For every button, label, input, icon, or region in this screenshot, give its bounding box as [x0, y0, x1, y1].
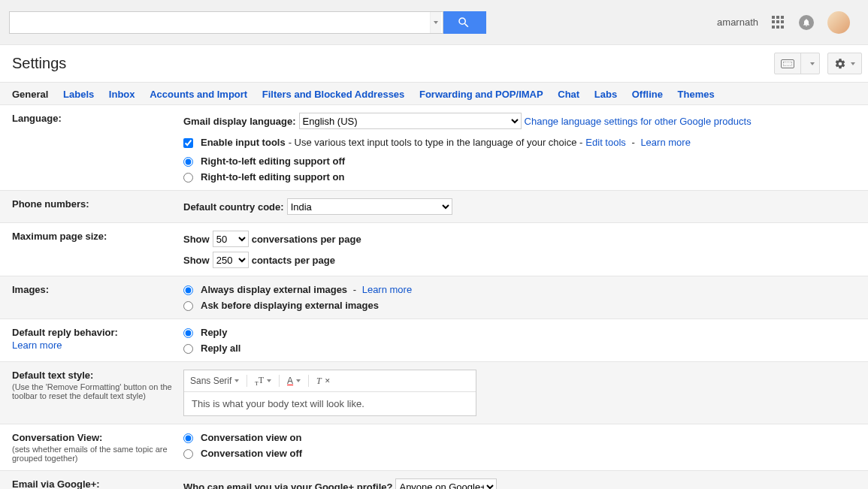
- row-gplus: Email via Google+: Learn more Who can em…: [0, 471, 868, 489]
- show-label-1: Show: [183, 234, 210, 245]
- row-textstyle: Default text style: (Use the 'Remove For…: [0, 362, 868, 424]
- caret-down-icon: [234, 379, 239, 382]
- font-family-picker[interactable]: Sans Serif: [190, 376, 239, 386]
- rtl-on-radio[interactable]: [183, 173, 193, 183]
- top-right-controls: amarnath: [717, 11, 862, 34]
- content-pagesize: Show 50 conversations per page Show 250 …: [183, 231, 856, 268]
- reply-radio[interactable]: [183, 328, 193, 338]
- caret-down-icon: [851, 62, 855, 65]
- input-tools-learn-more-link[interactable]: Learn more: [640, 137, 690, 148]
- content-language: Gmail display language: English (US) Cha…: [183, 113, 856, 183]
- images-always-label: Always display external images: [201, 284, 347, 295]
- text-style-box: Sans Serif тT A T✕ This is what your bod…: [183, 370, 476, 416]
- label-phone: Phone numbers:: [12, 198, 183, 215]
- tab-offline[interactable]: Offline: [632, 89, 663, 100]
- conversations-text: conversations per page: [252, 234, 361, 245]
- rtl-off-label: Right-to-left editing support off: [201, 155, 345, 167]
- tab-filters[interactable]: Filters and Blocked Addresses: [262, 89, 405, 100]
- reply-all-label: Reply all: [201, 343, 240, 354]
- images-always-radio[interactable]: [183, 285, 193, 295]
- label-conversation: Conversation View: (sets whether emails …: [12, 432, 183, 463]
- images-learn-more-link[interactable]: Learn more: [362, 284, 412, 295]
- caret-down-icon: [267, 379, 271, 382]
- settings-body: Language: Gmail display language: Englis…: [0, 105, 868, 489]
- tab-forwarding[interactable]: Forwarding and POP/IMAP: [419, 89, 543, 100]
- conversation-on-radio[interactable]: [183, 433, 193, 443]
- row-pagesize: Maximum page size: Show 50 conversations…: [0, 223, 868, 276]
- label-images: Images:: [12, 284, 183, 311]
- keyboard-icon: [781, 59, 794, 68]
- page-title: Settings: [12, 55, 66, 72]
- conversation-off-radio[interactable]: [183, 449, 193, 459]
- label-pagesize: Maximum page size:: [12, 231, 183, 268]
- tab-chat[interactable]: Chat: [558, 89, 579, 100]
- row-images: Images: Always display external images -…: [0, 276, 868, 319]
- country-code-select[interactable]: India: [287, 198, 452, 215]
- tab-labels[interactable]: Labels: [63, 89, 94, 100]
- search-input[interactable]: [9, 11, 443, 34]
- conversations-per-page-select[interactable]: 50: [213, 231, 249, 247]
- tab-themes[interactable]: Themes: [678, 89, 715, 100]
- label-textstyle: Default text style: (Use the 'Remove For…: [12, 370, 183, 416]
- display-language-select[interactable]: English (US): [299, 113, 522, 129]
- search-container: [9, 11, 486, 34]
- gplus-visibility-select[interactable]: Anyone on Google+: [395, 478, 497, 489]
- content-gplus: Who can email you via your Google+ profi…: [183, 478, 856, 489]
- tab-general[interactable]: General: [12, 89, 48, 100]
- textstyle-hint: (Use the 'Remove Formatting' button on t…: [12, 382, 183, 400]
- content-phone: Default country code: India: [183, 198, 856, 215]
- contacts-text: contacts per page: [252, 255, 335, 266]
- conversation-off-label: Conversation view off: [201, 448, 302, 459]
- input-tools-button[interactable]: [774, 53, 820, 74]
- remove-formatting-icon: T: [316, 376, 322, 387]
- page-header: Settings: [0, 45, 868, 83]
- settings-tabs: General Labels Inbox Accounts and Import…: [0, 83, 868, 105]
- enable-input-tools-checkbox[interactable]: [183, 138, 193, 148]
- rtl-on-label: Right-to-left editing support on: [201, 171, 344, 183]
- images-ask-radio[interactable]: [183, 301, 193, 311]
- font-size-picker[interactable]: тT: [255, 375, 271, 387]
- reply-all-radio[interactable]: [183, 344, 193, 354]
- caret-down-icon: [810, 62, 815, 65]
- avatar[interactable]: [827, 11, 850, 34]
- gear-icon: [834, 58, 846, 70]
- notifications-button[interactable]: [799, 15, 814, 30]
- label-reply: Default reply behavior: Learn more: [12, 327, 183, 354]
- content-reply: Reply Reply all: [183, 327, 856, 354]
- reply-label: Reply: [201, 327, 227, 338]
- change-language-link[interactable]: Change language settings for other Googl…: [525, 116, 752, 127]
- enable-input-tools-desc: - Use various text input tools to type i…: [289, 137, 583, 148]
- row-reply: Default reply behavior: Learn more Reply…: [0, 319, 868, 362]
- text-style-preview: This is what your body text will look li…: [184, 392, 476, 415]
- text-style-toolbar: Sans Serif тT A T✕: [184, 370, 476, 392]
- tab-accounts[interactable]: Accounts and Import: [150, 89, 247, 100]
- rtl-off-radio[interactable]: [183, 157, 193, 167]
- remove-formatting-button[interactable]: T✕: [316, 376, 331, 387]
- show-label-2: Show: [183, 255, 210, 266]
- gplus-question: Who can email you via your Google+ profi…: [183, 481, 392, 489]
- row-phone: Phone numbers: Default country code: Ind…: [0, 191, 868, 223]
- enable-input-tools-label: Enable input tools: [201, 137, 286, 148]
- label-language: Language:: [12, 113, 183, 183]
- top-bar: amarnath: [0, 0, 868, 45]
- reply-learn-more-link[interactable]: Learn more: [12, 340, 183, 351]
- apps-icon[interactable]: [772, 16, 785, 29]
- bell-icon: [802, 18, 811, 27]
- font-color-picker[interactable]: A: [287, 376, 301, 386]
- search-button[interactable]: [441, 11, 486, 34]
- tab-labs[interactable]: Labs: [594, 89, 617, 100]
- username-label[interactable]: amarnath: [717, 17, 758, 28]
- conversation-on-label: Conversation view on: [201, 432, 301, 443]
- contacts-per-page-select[interactable]: 250: [213, 252, 249, 268]
- row-language: Language: Gmail display language: Englis…: [0, 105, 868, 191]
- search-options-dropdown[interactable]: [430, 12, 441, 33]
- country-code-label: Default country code:: [183, 201, 284, 213]
- content-textstyle: Sans Serif тT A T✕ This is what your bod…: [183, 370, 856, 416]
- conversation-hint: (sets whether emails of the same topic a…: [12, 445, 183, 463]
- tab-inbox[interactable]: Inbox: [109, 89, 135, 100]
- display-language-label: Gmail display language:: [183, 116, 296, 127]
- edit-tools-link[interactable]: Edit tools: [585, 137, 625, 148]
- settings-gear-button[interactable]: [827, 53, 862, 74]
- search-icon: [457, 16, 470, 29]
- label-gplus: Email via Google+: Learn more: [12, 478, 183, 489]
